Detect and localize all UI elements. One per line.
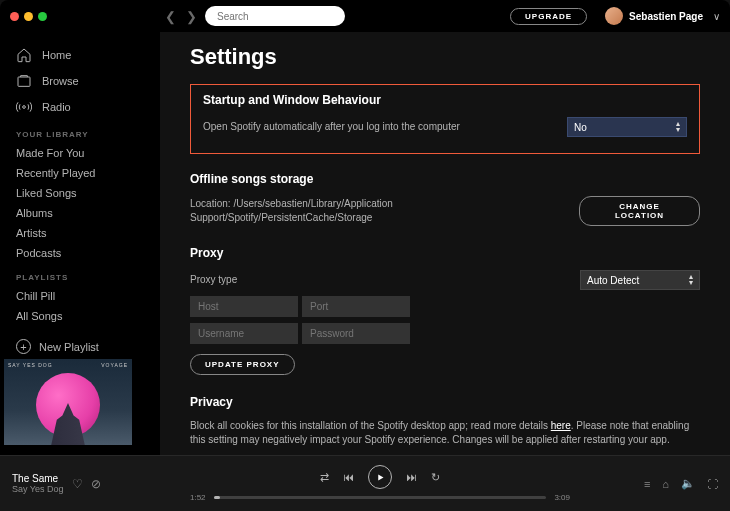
- browse-icon: [16, 73, 32, 89]
- updown-icon: ▴▾: [689, 274, 693, 286]
- sidebar-item-browse[interactable]: Browse: [0, 68, 160, 94]
- proxy-port-input[interactable]: [302, 296, 410, 317]
- section-heading: Proxy: [190, 246, 700, 260]
- play-button[interactable]: [368, 465, 392, 489]
- startup-select[interactable]: No ▴▾: [567, 117, 687, 137]
- avatar: [605, 7, 623, 25]
- storage-location: Location: /Users/sebastien/Library/Appli…: [190, 197, 569, 225]
- proxy-type-select[interactable]: Auto Detect ▴▾: [580, 270, 700, 290]
- sidebar-label: Home: [42, 49, 71, 61]
- section-heading: Privacy: [190, 395, 700, 409]
- section-heading: Offline songs storage: [190, 172, 700, 186]
- svg-rect-2: [18, 77, 30, 86]
- change-location-button[interactable]: CHANGE LOCATION: [579, 196, 700, 226]
- repeat-icon[interactable]: ↻: [431, 471, 440, 484]
- next-icon[interactable]: ⏭: [406, 471, 417, 483]
- section-title-library: YOUR LIBRARY: [0, 120, 160, 143]
- sidebar-item-radio[interactable]: Radio: [0, 94, 160, 120]
- sidebar-item-home[interactable]: Home: [0, 42, 160, 68]
- sidebar-label: Radio: [42, 101, 71, 113]
- select-value: No: [574, 122, 587, 133]
- proxy-password-input[interactable]: [302, 323, 410, 344]
- sidebar-label: Browse: [42, 75, 79, 87]
- fullscreen-icon[interactable]: ⛶: [707, 478, 718, 490]
- now-playing-album-art[interactable]: SAY YES DOG VOYAGE: [4, 359, 132, 445]
- settings-section-offline: Offline songs storage Location: /Users/s…: [190, 172, 700, 226]
- section-title-playlists: PLAYLISTS: [0, 263, 160, 286]
- heart-icon[interactable]: ♡: [72, 477, 83, 491]
- updown-icon: ▴▾: [676, 121, 680, 133]
- proxy-username-input[interactable]: [190, 323, 298, 344]
- search-input-wrapper[interactable]: [205, 6, 345, 26]
- proxy-type-label: Proxy type: [190, 273, 237, 287]
- setting-description: Open Spotify automatically after you log…: [203, 120, 460, 134]
- ban-icon[interactable]: ⊘: [91, 477, 101, 491]
- time-total: 3:09: [554, 493, 570, 502]
- sidebar-item-albums[interactable]: Albums: [0, 203, 160, 223]
- update-proxy-button[interactable]: UPDATE PROXY: [190, 354, 295, 375]
- new-playlist-button[interactable]: + New Playlist: [0, 334, 160, 359]
- track-artist[interactable]: Say Yes Dog: [12, 484, 64, 494]
- nav-forward-icon[interactable]: ❯: [186, 9, 197, 24]
- sidebar-item-playlist[interactable]: All Songs: [0, 306, 160, 326]
- section-heading: Startup and Window Behaviour: [203, 93, 687, 107]
- privacy-description: Block all cookies for this installation …: [190, 419, 700, 447]
- volume-icon[interactable]: 🔈: [681, 477, 695, 490]
- track-title[interactable]: The Same: [12, 473, 64, 484]
- settings-section-startup: Startup and Window Behaviour Open Spotif…: [190, 84, 700, 154]
- progress-bar[interactable]: [214, 496, 547, 499]
- svg-point-3: [23, 106, 26, 109]
- chevron-down-icon: ∨: [713, 11, 720, 22]
- nav-back-icon[interactable]: ❮: [165, 9, 176, 24]
- proxy-host-input[interactable]: [190, 296, 298, 317]
- sidebar-item-podcasts[interactable]: Podcasts: [0, 243, 160, 263]
- album-art-text: VOYAGE: [101, 362, 128, 368]
- window-close[interactable]: [10, 12, 19, 21]
- search-input[interactable]: [217, 11, 344, 22]
- page-title: Settings: [190, 44, 700, 70]
- sidebar-item-playlist[interactable]: Chill Pill: [0, 286, 160, 306]
- window-minimize[interactable]: [24, 12, 33, 21]
- home-icon: [16, 47, 32, 63]
- album-art-text: SAY YES DOG: [8, 362, 53, 368]
- shuffle-icon[interactable]: ⇄: [320, 471, 329, 484]
- sidebar-item-artists[interactable]: Artists: [0, 223, 160, 243]
- radio-icon: [16, 99, 32, 115]
- sidebar-item-liked-songs[interactable]: Liked Songs: [0, 183, 160, 203]
- sidebar-item-made-for-you[interactable]: Made For You: [0, 143, 160, 163]
- upgrade-button[interactable]: UPGRADE: [510, 8, 587, 25]
- settings-section-privacy: Privacy Block all cookies for this insta…: [190, 395, 700, 447]
- username-label: Sebastien Page: [629, 11, 703, 22]
- settings-section-proxy: Proxy Proxy type Auto Detect ▴▾ UPDATE P…: [190, 246, 700, 375]
- privacy-here-link[interactable]: here: [551, 420, 571, 431]
- queue-icon[interactable]: ≡: [644, 478, 650, 490]
- plus-icon: +: [16, 339, 31, 354]
- new-playlist-label: New Playlist: [39, 341, 99, 353]
- sidebar-item-recently-played[interactable]: Recently Played: [0, 163, 160, 183]
- user-menu[interactable]: Sebastien Page ∨: [605, 7, 720, 25]
- time-elapsed: 1:52: [190, 493, 206, 502]
- previous-icon[interactable]: ⏮: [343, 471, 354, 483]
- devices-icon[interactable]: ⌂: [662, 478, 669, 490]
- select-value: Auto Detect: [587, 275, 639, 286]
- window-zoom[interactable]: [38, 12, 47, 21]
